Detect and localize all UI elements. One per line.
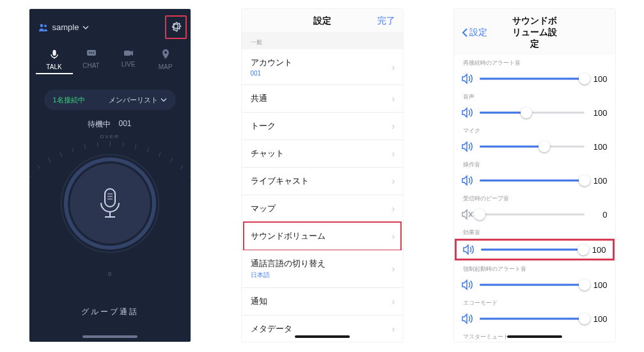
connected-status: 1名接続中	[53, 95, 85, 105]
done-button[interactable]: 完了	[347, 15, 395, 27]
speaker-icon[interactable]	[462, 244, 476, 255]
volume-row-reconnect_alert: 100	[454, 68, 615, 89]
svg-point-1	[44, 24, 47, 27]
back-button[interactable]: 設定	[462, 27, 510, 38]
volume-row-force_alert: 100	[454, 275, 615, 295]
gear-icon[interactable]	[169, 20, 182, 33]
row-chat[interactable]: チャット›	[242, 140, 403, 168]
mic-icon	[96, 186, 124, 221]
volume-value: 100	[590, 314, 608, 324]
section-header-reconnect_alert: 再接続時のアラート音	[454, 55, 615, 68]
group-call-label: グループ通話	[29, 307, 191, 317]
tab-talk[interactable]: TALK	[36, 47, 73, 74]
speaker-mute-icon[interactable]	[460, 209, 475, 220]
zero-label: 0	[108, 271, 111, 277]
page-title: 設定	[298, 15, 347, 27]
speaker-icon[interactable]	[460, 175, 475, 186]
home-indicator[interactable]	[295, 335, 350, 338]
section-header-eco: エコーモード	[454, 295, 615, 308]
chevron-right-icon: ›	[392, 148, 395, 159]
volume-slider[interactable]	[481, 243, 583, 256]
tab-map[interactable]: MAP	[147, 47, 184, 74]
svg-point-8	[164, 51, 167, 54]
volume-row-op: 100	[454, 170, 615, 191]
svg-rect-7	[124, 51, 130, 56]
sound-volume-screen: 設定 サウンドボリューム設定 再接続時のアラート音100音声100マイク100操…	[454, 9, 615, 342]
top-bar: sample	[29, 9, 191, 44]
ptt-dial: OVER 0	[43, 136, 177, 271]
group-name: sample	[52, 22, 79, 32]
speaker-icon[interactable]	[460, 279, 475, 291]
status-pill: 1名接続中 メンバーリスト	[44, 90, 176, 110]
volume-row-mic: 100	[454, 136, 615, 157]
section-header-force_alert: 強制起動時のアラート音	[454, 261, 615, 275]
chevron-down-icon	[82, 25, 89, 30]
settings-screen: 設定 完了 一般 アカウント 001 › 共通› トーク› チャット› ライブキ…	[242, 9, 403, 342]
speaker-icon[interactable]	[460, 73, 475, 84]
volume-value: 100	[590, 176, 608, 186]
chevron-right-icon: ›	[392, 93, 395, 104]
pin-icon	[147, 49, 184, 61]
chevron-right-icon: ›	[392, 121, 395, 131]
tab-live[interactable]: LIVE	[110, 47, 147, 74]
volume-slider[interactable]	[480, 174, 585, 187]
waiting-row: 待機中 001	[29, 119, 191, 130]
row-account[interactable]: アカウント 001 ›	[242, 49, 403, 85]
row-livecast[interactable]: ライブキャスト›	[242, 168, 403, 195]
tab-chat[interactable]: CHAT	[73, 47, 110, 74]
volume-row-sfx: 100	[455, 239, 614, 260]
row-talk[interactable]: トーク›	[242, 113, 403, 140]
section-header-general: 一般	[242, 32, 403, 49]
section-header-mic: マイク	[454, 123, 615, 136]
chevron-right-icon: ›	[392, 204, 395, 214]
nav-bar: 設定 完了	[242, 9, 403, 32]
volume-slider[interactable]	[480, 208, 585, 221]
volume-value: 0	[590, 210, 608, 220]
svg-point-0	[40, 24, 43, 27]
row-sound-volume[interactable]: サウンドボリューム›	[242, 223, 403, 250]
volume-slider[interactable]	[480, 72, 585, 85]
group-icon	[38, 23, 49, 32]
volume-slider[interactable]	[480, 106, 585, 119]
waiting-id: 001	[118, 119, 131, 130]
volume-slider[interactable]	[480, 140, 585, 153]
volume-value: 100	[590, 74, 608, 84]
volume-value: 100	[590, 280, 608, 290]
svg-point-6	[93, 52, 94, 54]
speaker-icon[interactable]	[460, 313, 475, 324]
svg-point-5	[91, 52, 92, 54]
section-header-op: 操作音	[454, 157, 615, 170]
volume-value: 100	[588, 245, 606, 255]
chevron-right-icon: ›	[392, 296, 395, 307]
nav-bar: 設定 サウンドボリューム設定	[454, 9, 615, 55]
row-common[interactable]: 共通›	[242, 85, 403, 113]
row-language[interactable]: 通話言語の切り替え 日本語 ›	[242, 250, 403, 288]
chat-icon	[73, 49, 110, 60]
chevron-right-icon: ›	[392, 62, 395, 72]
svg-rect-9	[105, 189, 115, 207]
chevron-right-icon: ›	[392, 264, 395, 274]
ptt-button[interactable]	[68, 161, 152, 246]
speaker-icon[interactable]	[460, 141, 475, 152]
volume-slider[interactable]	[480, 278, 585, 291]
chevron-right-icon: ›	[392, 231, 395, 241]
volume-row-recv_beep: 0	[454, 204, 615, 225]
video-icon	[110, 49, 147, 58]
home-indicator[interactable]	[507, 335, 562, 338]
section-header-recv_beep: 受信時のビープ音	[454, 191, 615, 204]
volume-row-voice: 100	[454, 102, 615, 123]
speaker-icon[interactable]	[460, 107, 475, 118]
home-indicator[interactable]	[82, 335, 137, 338]
member-list-button[interactable]: メンバーリスト	[109, 95, 167, 105]
group-selector[interactable]: sample	[38, 22, 90, 32]
volume-row-eco: 100	[454, 308, 615, 329]
chevron-right-icon: ›	[392, 176, 395, 186]
volume-value: 100	[590, 142, 608, 152]
chevron-right-icon: ›	[392, 324, 395, 334]
volume-slider[interactable]	[480, 312, 585, 325]
section-header-voice: 音声	[454, 89, 615, 102]
row-map[interactable]: マップ›	[242, 195, 403, 223]
row-notify[interactable]: 通知›	[242, 288, 403, 316]
mic-icon	[36, 49, 73, 61]
settings-button-highlight	[165, 15, 187, 39]
